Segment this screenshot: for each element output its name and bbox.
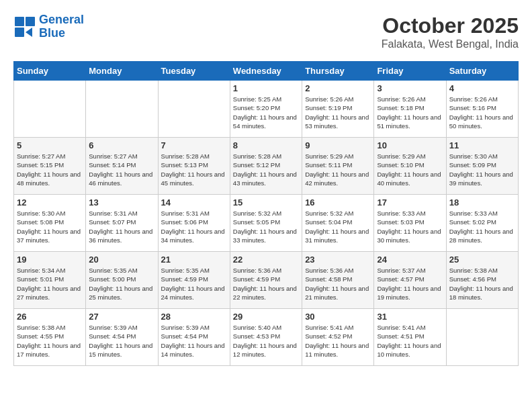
header-monday: Monday (86, 62, 158, 81)
day-number: 18 (449, 197, 515, 208)
calendar-cell: 3Sunrise: 5:26 AM Sunset: 5:18 PM Daylig… (374, 81, 446, 138)
day-info: Sunrise: 5:34 AM Sunset: 5:01 PM Dayligh… (17, 266, 83, 302)
day-info: Sunrise: 5:36 AM Sunset: 4:59 PM Dayligh… (233, 266, 299, 302)
day-number: 17 (377, 197, 443, 208)
day-number: 21 (161, 255, 227, 265)
day-info: Sunrise: 5:30 AM Sunset: 5:08 PM Dayligh… (17, 209, 83, 244)
calendar-cell: 27Sunrise: 5:39 AM Sunset: 4:54 PM Dayli… (86, 309, 158, 366)
day-number: 29 (233, 312, 299, 322)
header-tuesday: Tuesday (158, 62, 230, 81)
day-info: Sunrise: 5:38 AM Sunset: 4:56 PM Dayligh… (449, 266, 515, 302)
calendar-cell: 16Sunrise: 5:32 AM Sunset: 5:04 PM Dayli… (302, 195, 374, 252)
day-number: 26 (17, 312, 83, 322)
calendar-cell: 6Sunrise: 5:27 AM Sunset: 5:14 PM Daylig… (86, 138, 158, 195)
day-number: 23 (305, 255, 371, 265)
header: General Blue October 2025 Falakata, West… (13, 13, 519, 50)
calendar-cell: 11Sunrise: 5:30 AM Sunset: 5:09 PM Dayli… (446, 138, 518, 195)
calendar-cell: 8Sunrise: 5:28 AM Sunset: 5:12 PM Daylig… (230, 138, 302, 195)
calendar-cell: 9Sunrise: 5:29 AM Sunset: 5:11 PM Daylig… (302, 138, 374, 195)
calendar-cell: 24Sunrise: 5:37 AM Sunset: 4:57 PM Dayli… (374, 252, 446, 309)
day-number: 4 (449, 83, 515, 93)
day-number: 13 (89, 197, 154, 208)
day-number: 15 (233, 197, 299, 208)
calendar-week-2: 12Sunrise: 5:30 AM Sunset: 5:08 PM Dayli… (14, 195, 519, 252)
day-info: Sunrise: 5:36 AM Sunset: 4:58 PM Dayligh… (305, 266, 371, 302)
calendar-cell: 1Sunrise: 5:25 AM Sunset: 5:20 PM Daylig… (230, 81, 302, 138)
calendar-cell: 31Sunrise: 5:41 AM Sunset: 4:51 PM Dayli… (374, 309, 446, 366)
calendar-cell: 29Sunrise: 5:40 AM Sunset: 4:53 PM Dayli… (230, 309, 302, 366)
calendar-cell: 13Sunrise: 5:31 AM Sunset: 5:07 PM Dayli… (86, 195, 158, 252)
calendar-cell: 21Sunrise: 5:35 AM Sunset: 4:59 PM Dayli… (158, 252, 230, 309)
day-info: Sunrise: 5:32 AM Sunset: 5:05 PM Dayligh… (233, 209, 299, 244)
day-info: Sunrise: 5:31 AM Sunset: 5:07 PM Dayligh… (89, 209, 154, 244)
day-info: Sunrise: 5:39 AM Sunset: 4:54 PM Dayligh… (161, 323, 227, 359)
day-number: 27 (89, 312, 154, 322)
day-number: 6 (89, 140, 154, 150)
calendar-cell: 18Sunrise: 5:33 AM Sunset: 5:02 PM Dayli… (446, 195, 518, 252)
header-thursday: Thursday (302, 62, 374, 81)
day-info: Sunrise: 5:29 AM Sunset: 5:11 PM Dayligh… (305, 152, 371, 187)
day-number: 25 (449, 255, 515, 265)
calendar-cell: 25Sunrise: 5:38 AM Sunset: 4:56 PM Dayli… (446, 252, 518, 309)
day-info: Sunrise: 5:31 AM Sunset: 5:06 PM Dayligh… (161, 209, 227, 244)
logo: General Blue (13, 13, 84, 40)
svg-rect-1 (26, 17, 35, 26)
day-info: Sunrise: 5:40 AM Sunset: 4:53 PM Dayligh… (233, 323, 299, 359)
calendar-cell: 5Sunrise: 5:27 AM Sunset: 5:15 PM Daylig… (14, 138, 86, 195)
svg-rect-0 (15, 17, 24, 26)
day-number: 16 (305, 197, 371, 208)
day-number: 22 (233, 255, 299, 265)
location-title: Falakata, West Bengal, India (382, 38, 519, 50)
logo-text: General Blue (39, 13, 84, 40)
day-info: Sunrise: 5:30 AM Sunset: 5:09 PM Dayligh… (449, 152, 515, 187)
calendar-table: SundayMondayTuesdayWednesdayThursdayFrid… (13, 61, 519, 366)
title-section: October 2025 Falakata, West Bengal, Indi… (382, 13, 519, 50)
day-info: Sunrise: 5:27 AM Sunset: 5:15 PM Dayligh… (17, 152, 83, 187)
svg-rect-2 (15, 28, 24, 37)
day-number: 14 (161, 197, 227, 208)
day-info: Sunrise: 5:41 AM Sunset: 4:51 PM Dayligh… (377, 323, 443, 359)
day-number: 24 (377, 255, 443, 265)
header-saturday: Saturday (446, 62, 518, 81)
day-info: Sunrise: 5:29 AM Sunset: 5:10 PM Dayligh… (377, 152, 443, 187)
calendar-cell (158, 81, 230, 138)
calendar-cell (446, 309, 518, 366)
calendar-cell: 14Sunrise: 5:31 AM Sunset: 5:06 PM Dayli… (158, 195, 230, 252)
day-info: Sunrise: 5:26 AM Sunset: 5:18 PM Dayligh… (377, 95, 443, 130)
calendar-cell: 4Sunrise: 5:26 AM Sunset: 5:16 PM Daylig… (446, 81, 518, 138)
svg-marker-3 (26, 28, 32, 37)
day-number: 7 (161, 140, 227, 150)
calendar-cell (14, 81, 86, 138)
calendar-cell: 10Sunrise: 5:29 AM Sunset: 5:10 PM Dayli… (374, 138, 446, 195)
calendar-cell: 17Sunrise: 5:33 AM Sunset: 5:03 PM Dayli… (374, 195, 446, 252)
day-number: 19 (17, 255, 83, 265)
header-wednesday: Wednesday (230, 62, 302, 81)
day-number: 9 (305, 140, 371, 150)
day-number: 30 (305, 312, 371, 322)
day-number: 3 (377, 83, 443, 93)
calendar-week-1: 5Sunrise: 5:27 AM Sunset: 5:15 PM Daylig… (14, 138, 519, 195)
day-info: Sunrise: 5:37 AM Sunset: 4:57 PM Dayligh… (377, 266, 443, 302)
day-info: Sunrise: 5:38 AM Sunset: 4:55 PM Dayligh… (17, 323, 83, 359)
day-number: 2 (305, 83, 371, 93)
day-info: Sunrise: 5:28 AM Sunset: 5:13 PM Dayligh… (161, 152, 227, 187)
day-info: Sunrise: 5:26 AM Sunset: 5:19 PM Dayligh… (305, 95, 371, 130)
calendar-header-row: SundayMondayTuesdayWednesdayThursdayFrid… (14, 62, 519, 81)
day-number: 10 (377, 140, 443, 150)
calendar-cell: 26Sunrise: 5:38 AM Sunset: 4:55 PM Dayli… (14, 309, 86, 366)
day-number: 28 (161, 312, 227, 322)
day-number: 1 (233, 83, 299, 93)
day-number: 8 (233, 140, 299, 150)
calendar-cell: 7Sunrise: 5:28 AM Sunset: 5:13 PM Daylig… (158, 138, 230, 195)
day-info: Sunrise: 5:33 AM Sunset: 5:03 PM Dayligh… (377, 209, 443, 244)
day-info: Sunrise: 5:25 AM Sunset: 5:20 PM Dayligh… (233, 95, 299, 130)
day-number: 5 (17, 140, 83, 150)
day-info: Sunrise: 5:28 AM Sunset: 5:12 PM Dayligh… (233, 152, 299, 187)
day-info: Sunrise: 5:35 AM Sunset: 5:00 PM Dayligh… (89, 266, 154, 302)
day-number: 20 (89, 255, 154, 265)
calendar-cell: 19Sunrise: 5:34 AM Sunset: 5:01 PM Dayli… (14, 252, 86, 309)
day-info: Sunrise: 5:27 AM Sunset: 5:14 PM Dayligh… (89, 152, 154, 187)
day-info: Sunrise: 5:39 AM Sunset: 4:54 PM Dayligh… (89, 323, 154, 359)
header-friday: Friday (374, 62, 446, 81)
calendar-cell: 2Sunrise: 5:26 AM Sunset: 5:19 PM Daylig… (302, 81, 374, 138)
